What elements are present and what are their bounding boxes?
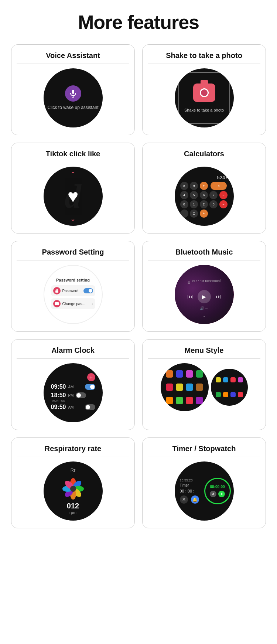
calc-btn-plus[interactable]: + — [200, 182, 208, 190]
calc-btn-add[interactable]: + — [200, 209, 208, 218]
alarm-toggle-2[interactable] — [76, 392, 86, 398]
pw-row-2: Change pas... › — [51, 298, 95, 309]
card-voice-assistant: Voice Assistant Click to wake up assista… — [11, 44, 135, 135]
stopwatch-play-button[interactable]: ⏸ — [218, 491, 225, 497]
alarm-time-1: 09:50 — [51, 384, 66, 390]
rr-label: Rr — [71, 467, 76, 473]
card-title-tiktok: Tiktok click like — [17, 150, 129, 162]
card-password: Password Setting Password setting Passwo… — [11, 241, 135, 332]
svg-rect-3 — [55, 290, 58, 293]
app-icon-s8 — [238, 392, 243, 397]
card-title-bluetooth: Bluetooth Music — [148, 248, 260, 260]
app-icon-10 — [176, 397, 183, 404]
calc-btn-3[interactable]: 3 — [209, 200, 218, 208]
alarm-ampm-1: AM — [68, 385, 73, 389]
card-menu: Menu Style — [142, 339, 266, 430]
calc-btn-4[interactable]: 4 — [180, 191, 188, 199]
alarm-ampm-3: AM — [68, 405, 73, 409]
tiktok-heart-icon: ♥ — [68, 185, 79, 207]
card-title-calc: Calculators — [148, 150, 260, 162]
calc-btn-6[interactable]: 6 — [200, 191, 208, 199]
app-icon-8 — [196, 384, 203, 391]
shake-watch-screen[interactable]: Shake to take a photo — [175, 68, 234, 127]
mic-svg — [69, 89, 78, 98]
stopwatch-time: 00:00:00 — [210, 485, 225, 489]
stopwatch-reset-button[interactable]: ↺ — [210, 491, 216, 497]
timer-confirm-button[interactable]: 🔔 — [191, 495, 199, 504]
alarm-add-button[interactable]: + — [87, 373, 95, 381]
voice-label: Click to wake up assistant — [47, 105, 98, 111]
calc-button-grid: 8 9 + × 4 5 6 7 − 0 1 2 3 − . C + — [180, 182, 228, 218]
alarm-toggle-1[interactable] — [85, 384, 95, 390]
calc-btn-multiply[interactable]: × — [211, 182, 227, 190]
stopwatch-controls: ↺ ⏸ — [210, 491, 225, 497]
pw-screen-title: Password setting — [51, 278, 95, 282]
timer-watch-screen[interactable]: 15:55:28 Timer 00 : 00 : ✕ 🔔 00:00:00 ↺ … — [175, 461, 234, 521]
calc-btn-8[interactable]: 8 — [180, 182, 188, 190]
prev-icon[interactable]: ⏮ — [187, 293, 193, 300]
timer-control-buttons: ✕ 🔔 — [180, 495, 199, 504]
card-title-alarm: Alarm Clock — [17, 346, 129, 359]
calc-btn-0[interactable]: 0 — [180, 200, 188, 208]
music-watch-screen[interactable]: ⊞ APP not connected ⏮ ▶ ⏭ 🔊 ··· ⌃ — [175, 265, 234, 324]
svg-rect-4 — [55, 302, 59, 305]
pw-toggle-1[interactable] — [83, 288, 93, 293]
calc-btn-2[interactable]: 2 — [200, 200, 208, 208]
resp-watch-screen[interactable]: Rr 012 rpm — [44, 461, 103, 521]
app-icon-12 — [196, 397, 203, 404]
app-icon-9 — [166, 397, 173, 404]
alarm-toggle-3[interactable] — [85, 404, 95, 410]
pw-change-icon — [53, 300, 61, 307]
music-controls: ⏮ ▶ ⏭ — [187, 290, 221, 303]
app-icon-11 — [186, 397, 193, 404]
calc-btn-9[interactable]: 9 — [190, 182, 198, 190]
calc-btn-5[interactable]: 5 — [190, 191, 198, 199]
card-tiktok: Tiktok click like ⌃ d ♥ ⌄ — [11, 143, 135, 234]
calc-btn-minus[interactable]: − — [219, 191, 228, 199]
app-icon-s4 — [238, 377, 243, 382]
calc-btn-c[interactable]: C — [190, 209, 198, 218]
card-title-timer: Timer / Stopwatch — [148, 444, 260, 457]
timer-cancel-button[interactable]: ✕ — [180, 495, 188, 504]
menu-circle-secondary[interactable] — [211, 369, 248, 406]
resp-unit: rpm — [69, 510, 76, 515]
calc-btn-orange-minus[interactable]: − — [219, 200, 228, 208]
card-calculators: Calculators 5247 8 9 + × 4 5 6 7 − 0 1 2… — [142, 143, 266, 234]
stopwatch-panel: 00:00:00 ↺ ⏸ — [204, 478, 231, 504]
password-watch-screen[interactable]: Password setting Password ... Change pas… — [44, 265, 103, 324]
voice-watch-screen[interactable]: Click to wake up assistant — [44, 68, 103, 127]
alarm-time-2: 18:50 — [51, 392, 66, 399]
timer-inputs-text: 00 : 00 : — [180, 489, 195, 493]
alarm-watch-screen[interactable]: + 09:50 AM 18:50 PM MON TUE 09:50 AM — [44, 363, 103, 422]
app-icon-s1 — [216, 377, 221, 382]
menu-circle-main[interactable] — [161, 363, 209, 411]
app-icon-4 — [196, 370, 203, 378]
alarm-row-2-wrap: 18:50 PM MON TUE — [51, 392, 86, 404]
calc-btn-dot[interactable]: . — [180, 209, 188, 218]
card-alarm: Alarm Clock + 09:50 AM 18:50 PM MON TUE … — [11, 339, 135, 430]
app-icon-2 — [176, 370, 183, 378]
alarm-row-2: 18:50 PM — [51, 392, 86, 399]
card-title-respiratory: Respiratory rate — [17, 444, 129, 457]
play-button[interactable]: ▶ — [198, 290, 211, 303]
tiktok-watch-screen[interactable]: ⌃ d ♥ ⌄ — [44, 167, 103, 226]
next-icon[interactable]: ⏭ — [215, 293, 221, 300]
calc-btn-7[interactable]: 7 — [209, 191, 218, 199]
alarm-ampm-2: PM — [68, 393, 73, 398]
alarm-row-1: 09:50 AM — [51, 384, 95, 390]
alarm-row-3: 09:50 AM — [51, 404, 95, 410]
card-respiratory: Respiratory rate Rr 012 rpm — [11, 437, 135, 528]
app-icon-1 — [166, 370, 173, 378]
timer-clock-time: 15:55:28 — [180, 478, 193, 482]
app-icon-7 — [186, 384, 193, 391]
card-title-password: Password Setting — [17, 248, 129, 260]
volume-icon[interactable]: 🔊 ··· — [200, 306, 208, 310]
app-icon-3 — [186, 370, 193, 378]
svg-point-15 — [70, 486, 76, 492]
calc-display: 5247 — [178, 175, 231, 180]
calc-watch-screen[interactable]: 5247 8 9 + × 4 5 6 7 − 0 1 2 3 − . C — [175, 167, 234, 226]
page-title: More features — [11, 11, 266, 33]
calc-btn-1[interactable]: 1 — [190, 200, 198, 208]
app-icon-s7 — [230, 392, 236, 397]
app-not-connected: APP not connected — [192, 279, 220, 283]
